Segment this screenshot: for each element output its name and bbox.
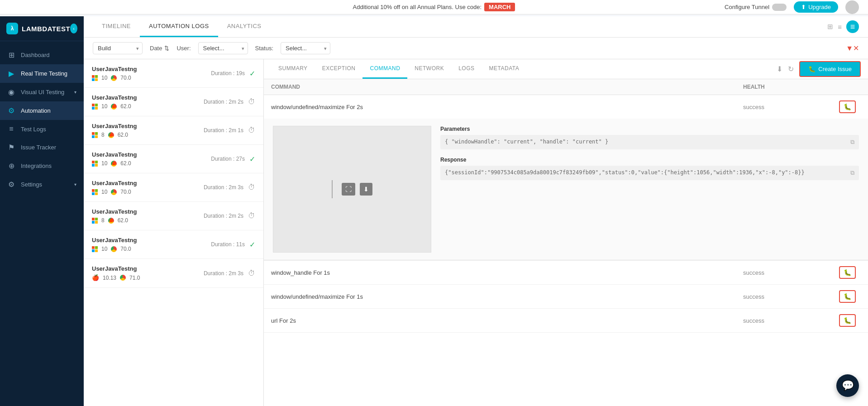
sidebar-label-issue-tracker: Issue Tracker <box>21 144 56 151</box>
tab-command[interactable]: COMMAND <box>362 59 407 79</box>
download-icon[interactable]: ⬇ <box>777 65 782 73</box>
test-meta: 10 70.0 <box>92 75 206 81</box>
tab-network[interactable]: NETWORK <box>407 59 451 79</box>
test-item[interactable]: UserJavaTestng 8 62.0 Duration : 2m 1s <box>84 116 263 145</box>
command-health: success <box>743 269 834 276</box>
sidebar-logo: λ LAMBDATEST ‹ <box>0 16 84 41</box>
test-item-info: UserJavaTestng 10 70.0 <box>92 180 199 195</box>
screenshot-line <box>332 180 333 198</box>
test-item[interactable]: UserJavaTestng 10 62.0 Duration : 2m 2s <box>84 88 263 116</box>
command-table-body: window/undefined/maximize For 2s success… <box>264 95 868 406</box>
tunnel-toggle[interactable] <box>772 4 787 11</box>
tab-analytics[interactable]: ANALYTICS <box>218 16 271 37</box>
create-bug-button[interactable]: 🐛 <box>839 266 856 279</box>
tab-analytics-label: ANALYTICS <box>227 23 262 29</box>
test-item-info: UserJavaTestng 8 62.0 <box>92 123 199 138</box>
status-success-icon: ✓ <box>249 240 255 249</box>
logo-text: LAMBDATEST <box>22 25 70 33</box>
test-item[interactable]: UserJavaTestng 10 70.0 Duration : 19s <box>84 59 263 88</box>
main-content: UserJavaTestng 10 70.0 Duration : 19s <box>84 59 868 406</box>
screenshot-expand-button[interactable]: ⛶ <box>342 183 355 196</box>
response-text: {"sessionId":"9907534c085a9da80019c7f832… <box>445 169 805 176</box>
status-select[interactable]: Select... <box>281 42 330 54</box>
test-item[interactable]: UserJavaTestng 10 62.0 Duration : 27s <box>84 145 263 173</box>
copy-params-icon[interactable]: ⧉ <box>850 139 854 146</box>
command-row: window/undefined/maximize For 2s success… <box>264 95 868 261</box>
command-row-main[interactable]: window_handle For 1s success 🐛 <box>264 261 868 284</box>
sidebar-item-dashboard[interactable]: ⊞ Dashboard <box>0 46 84 64</box>
test-item-info: UserJavaTestng 8 62.0 <box>92 208 199 224</box>
detail-tabs: SUMMARY EXCEPTION COMMAND NETWORK LOGS <box>264 59 868 79</box>
screenshot-controls: ⛶ ⬇ <box>342 183 372 196</box>
list-view-icon[interactable]: ≡ <box>838 23 842 31</box>
tab-summary[interactable]: SUMMARY <box>271 59 315 79</box>
status-success-icon: ✓ <box>249 155 255 163</box>
upgrade-icon: ⬆ <box>801 4 806 10</box>
test-item[interactable]: UserJavaTestng 10 70.0 Duration : 11s <box>84 230 263 259</box>
sidebar-label-automation: Automation <box>21 107 51 114</box>
create-bug-button[interactable]: 🐛 <box>839 290 856 303</box>
tab-timeline[interactable]: TIMELINE <box>93 16 140 37</box>
col-action-header <box>834 84 861 90</box>
tab-automation-logs[interactable]: AUTOMATION LOGS <box>140 16 218 37</box>
create-issue-button[interactable]: 🐛 Create Issue <box>799 61 861 77</box>
sidebar-collapse-button[interactable]: ‹ <box>70 24 77 33</box>
date-filter-label: Date <box>150 45 162 52</box>
user-select[interactable]: Select... <box>198 42 248 54</box>
screenshot-download-button[interactable]: ⬇ <box>360 183 372 196</box>
test-item[interactable]: UserJavaTestng 10 70.0 Duration : 2m 3s <box>84 173 263 202</box>
test-item-info: UserJavaTestng 10 62.0 <box>92 94 199 110</box>
build-select[interactable]: Build <box>93 42 143 54</box>
sidebar-label-integrations: Integrations <box>21 162 52 169</box>
test-item[interactable]: UserJavaTestng 8 62.0 Duration : 2m 2s <box>84 202 263 230</box>
command-row-main[interactable]: window/undefined/maximize For 2s success… <box>264 95 868 119</box>
tab-exception[interactable]: EXCEPTION <box>315 59 363 79</box>
chat-icon: 💬 <box>842 380 854 392</box>
os-version: 10 <box>101 160 107 167</box>
chrome-icon <box>120 275 126 281</box>
chat-widget[interactable]: 💬 <box>836 374 859 397</box>
browser-version: 70.0 <box>120 75 131 81</box>
parameters-label: Parameters <box>440 126 859 132</box>
copy-response-icon[interactable]: ⧉ <box>850 169 854 177</box>
user-select-wrapper: Select... <box>198 42 248 54</box>
refresh-icon[interactable]: ↻ <box>788 65 794 73</box>
announcement-bar: Additional 10% off on all Annual Plans. … <box>0 0 868 14</box>
sidebar-item-automation[interactable]: ⚙ Automation <box>0 101 84 120</box>
upgrade-label: Upgrade <box>808 4 831 10</box>
firefox-icon <box>111 104 117 110</box>
command-row-main[interactable]: url For 2s success 🐛 <box>264 309 868 332</box>
configure-tunnel[interactable]: Configure Tunnel <box>725 4 787 11</box>
create-bug-button[interactable]: 🐛 <box>839 314 856 327</box>
test-item[interactable]: UserJavaTestng 🍎 10.13 71.0 Duration : 2… <box>84 259 263 288</box>
tab-metadata[interactable]: METADATA <box>482 59 527 79</box>
firefox-icon <box>108 132 114 138</box>
date-filter[interactable]: Date ⇅ <box>150 45 169 52</box>
upgrade-button[interactable]: ⬆ Upgrade <box>794 1 838 13</box>
user-label: User: <box>176 45 191 52</box>
sidebar-item-test-logs[interactable]: ≡ Test Logs <box>0 120 84 138</box>
tab-network-label: NETWORK <box>415 65 444 72</box>
test-item-info: UserJavaTestng 🍎 10.13 71.0 <box>92 265 199 281</box>
sidebar-item-integrations[interactable]: ⊕ Integrations <box>0 157 84 175</box>
sidebar-item-real-time-testing[interactable]: ▶ Real Time Testing <box>0 64 84 83</box>
grid-view-icon[interactable]: ⊞ <box>827 23 833 31</box>
tab-metadata-label: METADATA <box>489 65 520 72</box>
command-row: window_handle For 1s success 🐛 <box>264 261 868 285</box>
firefox-icon <box>111 161 117 167</box>
sidebar-item-issue-tracker[interactable]: ⚑ Issue Tracker <box>0 138 84 157</box>
test-name: UserJavaTestng <box>92 208 199 215</box>
tab-logs[interactable]: LOGS <box>451 59 482 79</box>
sidebar-item-visual-ui-testing[interactable]: ◉ Visual UI Testing ▾ <box>0 83 84 101</box>
sidebar-label-dashboard: Dashboard <box>21 52 50 58</box>
user-avatar[interactable] <box>845 0 859 14</box>
active-filter-icon[interactable]: ▼✕ <box>846 44 859 52</box>
command-row-main[interactable]: window/undefined/maximize For 1s success… <box>264 285 868 308</box>
active-view-icon[interactable]: ≡ <box>846 20 859 33</box>
test-duration: Duration : 19s <box>211 70 245 76</box>
sidebar-item-settings[interactable]: ⚙ Settings ▾ <box>0 175 84 194</box>
chrome-icon <box>111 75 117 81</box>
status-timeout-icon: ⏱ <box>248 183 255 191</box>
create-bug-button[interactable]: 🐛 <box>839 100 856 113</box>
browser-version: 70.0 <box>120 189 131 195</box>
